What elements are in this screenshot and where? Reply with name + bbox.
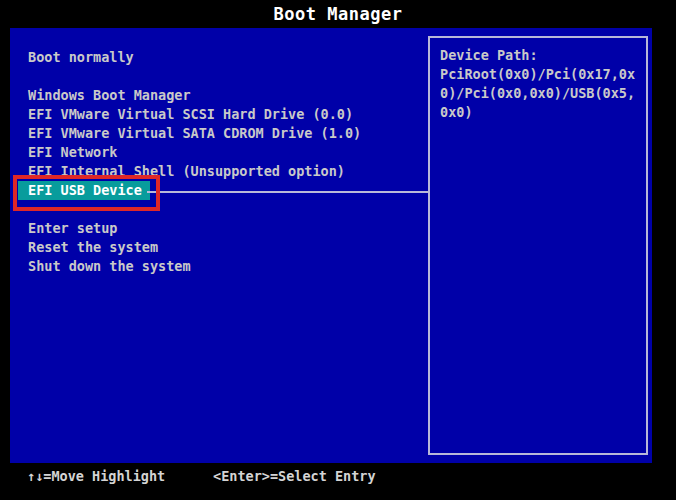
move-highlight-hint: ↑↓=Move Highlight (27, 467, 165, 486)
boot-entry-label: EFI VMware Virtual SCSI Hard Drive (0.0) (28, 106, 353, 122)
page-title: Boot Manager (0, 0, 676, 28)
annotation-red-box (13, 175, 160, 211)
device-path-label: Device Path: (440, 46, 642, 65)
footer-hints: ↑↓=Move Highlight <Enter>=Select Entry (0, 463, 676, 500)
device-path-text: 0x0) (440, 103, 642, 122)
boot-entry-label: EFI Network (28, 144, 117, 160)
boot-manager-screen: Boot Manager Boot normally Windows Boot … (0, 0, 676, 500)
select-entry-hint: <Enter>=Select Entry (213, 467, 376, 486)
boot-entry-label: Boot normally (28, 49, 134, 65)
device-path-text: PciRoot(0x0)/Pci(0x17,0x (440, 65, 642, 84)
boot-entry-label: Enter setup (28, 220, 117, 236)
boot-entry-label: Windows Boot Manager (28, 87, 191, 103)
device-path-text: 0)/Pci(0x0,0x0)/USB(0x5, (440, 84, 642, 103)
boot-entry-label: EFI VMware Virtual SATA CDROM Drive (1.0… (28, 125, 361, 141)
boot-menu-panel: Boot normally Windows Boot Manager EFI V… (10, 28, 652, 463)
boot-entry-label: Shut down the system (28, 258, 191, 274)
highlight-connector-line (147, 191, 428, 193)
device-path-panel: Device Path: PciRoot(0x0)/Pci(0x17,0x 0)… (428, 36, 648, 455)
boot-entry-label: Reset the system (28, 239, 158, 255)
